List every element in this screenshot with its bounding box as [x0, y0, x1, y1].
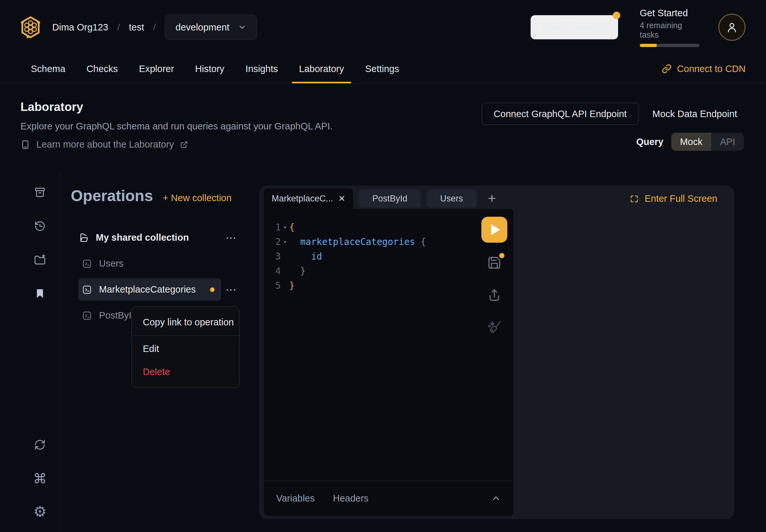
- get-started-subtitle: 4 remaining tasks: [640, 21, 699, 40]
- collection-row-main[interactable]: My shared collection: [74, 226, 221, 249]
- editor-panel: MarketplaceC... ✕ PostById Users + Enter…: [259, 186, 734, 519]
- variables-tab[interactable]: Variables: [276, 493, 315, 504]
- code-token: {: [289, 222, 295, 233]
- code-editor[interactable]: 1 ▾ { 2 ▾ marketplaceCategories { 3 id 4: [264, 209, 514, 480]
- bookmark-icon[interactable]: [34, 287, 46, 300]
- external-link-icon: [180, 141, 188, 149]
- more-options-icon[interactable]: ⋯: [221, 283, 237, 296]
- tab-checks[interactable]: Checks: [79, 54, 125, 83]
- collection-name: My shared collection: [96, 232, 189, 243]
- close-icon[interactable]: ✕: [338, 194, 345, 204]
- tab-insights[interactable]: Insights: [238, 54, 285, 83]
- line-number: 3: [264, 249, 281, 264]
- latest-changes-label: Latest changes: [542, 22, 606, 33]
- mock-data-endpoint-label: Mock Data Endpoint: [652, 109, 737, 119]
- tab-settings[interactable]: Settings: [358, 54, 407, 83]
- book-icon: [20, 140, 30, 150]
- editor-tab-label: MarketplaceC...: [272, 194, 333, 204]
- operation-terminal-icon: [82, 311, 92, 320]
- line-number: 2: [264, 235, 281, 249]
- breadcrumb-separator: /: [153, 22, 156, 32]
- shortcuts-icon[interactable]: ⌘: [34, 472, 46, 485]
- expand-icon: [630, 194, 639, 203]
- schema-reference-icon[interactable]: [34, 186, 46, 199]
- fold-arrow-icon[interactable]: ▾: [281, 235, 289, 249]
- nav-tabs: Schema Checks Explorer History Insights …: [24, 54, 407, 83]
- enter-fullscreen-link[interactable]: Enter Full Screen: [630, 188, 717, 209]
- tab-schema[interactable]: Schema: [24, 54, 72, 83]
- top-bar-right: Latest changes Get Started 4 remaining t…: [530, 8, 746, 47]
- code-token: id: [311, 251, 322, 262]
- chevron-up-icon[interactable]: [491, 493, 501, 503]
- save-button[interactable]: [487, 256, 502, 270]
- code-line: 2 ▾ marketplaceCategories {: [264, 235, 514, 249]
- code-token: [289, 236, 300, 247]
- folder-add-icon[interactable]: [34, 254, 46, 266]
- gear-glyph: ⚙: [33, 503, 46, 520]
- connect-endpoint-button[interactable]: Connect GraphQL API Endpoint: [482, 103, 639, 125]
- operation-row-main[interactable]: Users: [78, 252, 221, 275]
- breadcrumb-graph[interactable]: test: [129, 22, 144, 33]
- query-target-toggle: Mock API: [671, 133, 744, 151]
- enter-fullscreen-label: Enter Full Screen: [645, 193, 717, 204]
- menu-item-delete[interactable]: Delete: [132, 360, 239, 383]
- user-icon: [725, 21, 738, 34]
- prettify-icon[interactable]: [487, 319, 502, 335]
- run-query-button[interactable]: [481, 217, 507, 243]
- latest-changes-button[interactable]: Latest changes: [530, 15, 618, 40]
- editor-tab-label: PostById: [372, 194, 407, 204]
- code-line: 1 ▾ {: [264, 220, 514, 235]
- toggle-option-api[interactable]: API: [711, 133, 744, 151]
- variant-dropdown[interactable]: development: [165, 15, 257, 40]
- editor-tab-users[interactable]: Users: [427, 189, 477, 208]
- connect-to-cdn-link[interactable]: Connect to CDN: [662, 64, 746, 74]
- code-token: }: [300, 266, 306, 276]
- code-token: marketplaceCategories: [300, 236, 415, 247]
- share-button[interactable]: [487, 288, 502, 302]
- chevron-down-icon: [238, 23, 246, 31]
- tab-laboratory[interactable]: Laboratory: [292, 54, 351, 83]
- variant-dropdown-label: development: [176, 22, 229, 33]
- breadcrumb-org[interactable]: Dima Org123: [52, 22, 108, 33]
- editor-tab-marketplacecategories[interactable]: MarketplaceC... ✕: [264, 188, 353, 209]
- headers-tab[interactable]: Headers: [333, 493, 369, 504]
- code-token: [289, 251, 311, 262]
- operation-row-marketplacecategories: MarketplaceCategories ⋯: [74, 278, 237, 301]
- laboratory-page: Dima Org123 / test / development Latest …: [0, 0, 766, 532]
- operations-title: Operations: [71, 187, 153, 205]
- graphos-logo-icon[interactable]: [20, 16, 41, 39]
- operation-row-main[interactable]: MarketplaceCategories: [78, 278, 221, 301]
- operation-name: MarketplaceCategories: [99, 284, 196, 295]
- menu-item-edit[interactable]: Edit: [132, 337, 239, 360]
- add-tab-button[interactable]: +: [485, 189, 500, 208]
- code-token: }: [289, 280, 295, 291]
- get-started-progress: [640, 44, 699, 47]
- code-line: 3 id: [264, 249, 514, 264]
- get-started-widget[interactable]: Get Started 4 remaining tasks: [640, 8, 699, 47]
- query-target-row: Query Mock API: [636, 133, 744, 151]
- toggle-option-mock[interactable]: Mock: [671, 133, 711, 151]
- collection-row: My shared collection ⋯: [74, 226, 237, 249]
- operation-row-users: Users: [74, 252, 237, 275]
- operation-name: Users: [99, 258, 124, 269]
- sync-icon[interactable]: [34, 439, 46, 451]
- query-label: Query: [636, 137, 663, 147]
- menu-item-copy-link[interactable]: Copy link to operation: [132, 311, 239, 334]
- editor-tab-postbyid[interactable]: PostById: [359, 189, 421, 208]
- history-icon[interactable]: [34, 220, 46, 232]
- line-number: 4: [264, 264, 281, 278]
- settings-gear-icon[interactable]: ⚙: [34, 505, 46, 518]
- link-icon: [662, 64, 672, 74]
- tab-history[interactable]: History: [188, 54, 231, 83]
- page-description: Explore your GraphQL schema and run quer…: [20, 121, 333, 132]
- new-collection-link[interactable]: + New collection: [163, 193, 231, 203]
- avatar[interactable]: [718, 14, 746, 41]
- fold-arrow-icon[interactable]: ▾: [281, 220, 289, 235]
- more-options-icon[interactable]: ⋯: [221, 231, 237, 244]
- top-bar: Dima Org123 / test / development Latest …: [0, 0, 766, 54]
- tab-explorer[interactable]: Explorer: [132, 54, 181, 83]
- editor-tab-label: Users: [440, 194, 463, 204]
- operation-editor: 1 ▾ { 2 ▾ marketplaceCategories { 3 id 4: [264, 209, 514, 516]
- get-started-progress-fill: [640, 44, 657, 47]
- learn-more-link[interactable]: Learn more about the Laboratory: [20, 139, 188, 150]
